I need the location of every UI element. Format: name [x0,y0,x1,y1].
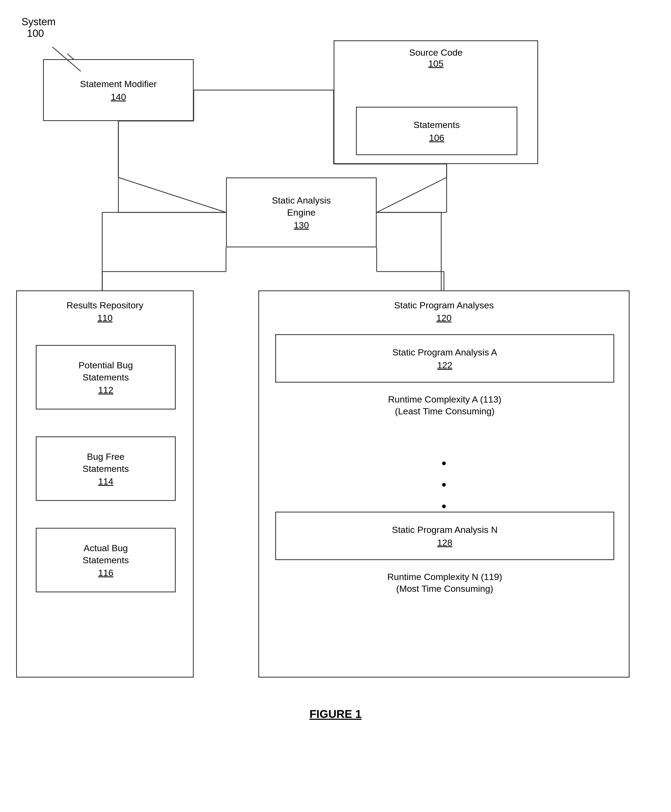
statements-number: 106 [429,133,444,143]
static-analysis-engine-number: 130 [294,220,309,230]
bug-free-number: 114 [98,476,114,487]
spa-n-title: Static Program Analysis N [392,524,497,535]
potential-bug-statements-box: Potential BugStatements 112 [36,345,176,409]
potential-bug-title: Potential BugStatements [78,359,133,383]
potential-bug-number: 112 [98,385,114,395]
svg-line-7 [376,177,446,212]
runtime-complexity-a: Runtime Complexity A (113)(Least Time Co… [388,394,501,416]
system-number: 100 [27,28,56,39]
system-label: System 100 [22,16,56,39]
bug-free-title: Bug FreeStatements [83,451,129,474]
dots-2: • [259,474,629,496]
dots-1: • [259,452,629,474]
actual-bug-number: 116 [98,567,114,578]
statement-modifier-title: Statement Modifier [80,78,157,90]
bug-free-statements-box: Bug FreeStatements 114 [36,437,176,501]
static-program-analyses-title: Static Program Analyses [394,299,494,311]
static-program-analyses-box: Static Program Analyses 120 Static Progr… [258,290,630,678]
results-repository-title: Results Repository [66,299,143,311]
svg-line-5 [118,177,226,212]
static-program-analyses-number: 120 [436,313,452,323]
results-repository-number: 110 [97,313,113,323]
source-code-number: 105 [428,58,444,68]
static-analysis-engine-title: Static AnalysisEngine [272,194,330,218]
static-program-analysis-n-box: Static Program Analysis N 128 [275,512,614,560]
actual-bug-title: Actual BugStatements [83,542,129,566]
statements-title: Statements [414,119,460,131]
spa-n-number: 128 [437,537,453,548]
spa-a-title: Static Program Analysis A [392,346,497,358]
actual-bug-statements-box: Actual BugStatements 116 [36,528,176,592]
spa-a-number: 122 [437,360,453,370]
statements-box: Statements 106 [356,107,518,155]
statement-modifier-number: 140 [111,92,126,102]
source-code-box: Source Code 105 Statements 106 [334,40,538,164]
results-repository-box: Results Repository 110 Potential BugStat… [16,290,194,678]
source-code-title: Source Code [409,48,463,58]
static-program-analysis-a-box: Static Program Analysis A 122 [275,334,614,382]
statement-modifier-box: Statement Modifier 140 [43,59,194,121]
diagram: System 100 Statement Modifier 140 Source… [0,0,671,753]
runtime-complexity-n: Runtime Complexity N (119)(Most Time Con… [387,572,502,594]
figure-label: FIGURE 1 [309,708,362,720]
system-text: System [22,16,56,28]
static-analysis-engine-box: Static AnalysisEngine 130 [226,177,376,247]
